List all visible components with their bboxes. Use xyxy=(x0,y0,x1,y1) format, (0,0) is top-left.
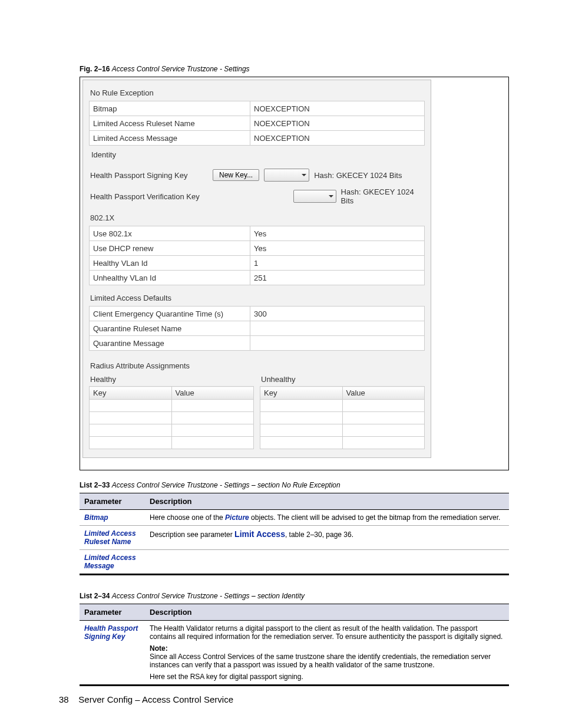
desc-bitmap: Here choose one of the Picture objects. … xyxy=(145,510,509,526)
col-key: Key xyxy=(90,387,172,400)
no-rule-exception-table: BitmapNOEXCEPTION Limited Access Ruleset… xyxy=(89,101,425,146)
verification-key-hash: Hash: GKECEY 1024 Bits xyxy=(341,187,424,205)
desc-lamsg xyxy=(145,550,509,575)
prop-value[interactable] xyxy=(250,336,425,351)
param-bitmap[interactable]: Bitmap xyxy=(84,513,108,522)
footer-text: Server Config – Access Control Service xyxy=(78,694,233,704)
prop-value[interactable]: 251 xyxy=(250,271,425,285)
verification-key-row: Health Passport Verification Key Hash: G… xyxy=(90,187,424,205)
radius-unhealthy-table[interactable]: KeyValue xyxy=(260,386,425,449)
table-row: Quarantine Message xyxy=(90,336,425,351)
col-parameter: Parameter xyxy=(80,493,145,510)
param-limited-access-ruleset[interactable]: Limited Access Ruleset Name xyxy=(84,529,136,546)
page-number: 38 xyxy=(59,694,69,704)
prop-value[interactable]: 1 xyxy=(250,256,425,271)
link-picture[interactable]: Picture xyxy=(225,513,249,522)
settings-panel: No Rule Exception BitmapNOEXCEPTION Limi… xyxy=(82,80,431,458)
prop-value[interactable]: Yes xyxy=(250,226,425,241)
prop-value[interactable]: NOEXCEPTION xyxy=(250,116,425,131)
figure-frame: No Rule Exception BitmapNOEXCEPTION Limi… xyxy=(80,77,509,470)
signing-key-hash: Hash: GKECEY 1024 Bits xyxy=(314,171,402,180)
prop-label: Bitmap xyxy=(90,101,250,116)
prop-value[interactable]: 300 xyxy=(250,307,425,321)
radius-unhealthy-title: Unhealthy xyxy=(260,374,425,386)
chevron-down-icon xyxy=(328,193,334,199)
prop-label: Quarantine Ruleset Name xyxy=(90,321,250,336)
table-row: BitmapNOEXCEPTION xyxy=(90,101,425,116)
prop-label: Use DHCP renew xyxy=(90,241,250,256)
section-8021x: 802.1X xyxy=(89,211,425,226)
table-row: Quarantine Ruleset Name xyxy=(90,321,425,336)
prop-value[interactable]: Yes xyxy=(250,241,425,256)
signing-key-dropdown[interactable] xyxy=(264,169,309,182)
list-34-table: Parameter Description Health Passport Si… xyxy=(80,604,509,686)
param-health-passport-signing-key[interactable]: Health Passport Signing Key xyxy=(84,624,138,641)
list-34-label: List 2–34 xyxy=(80,592,110,600)
table-header: Parameter Description xyxy=(80,493,509,510)
table-row: Limited Access Ruleset Name Description … xyxy=(80,526,509,550)
list-33-table: Parameter Description Bitmap Here choose… xyxy=(80,493,509,575)
prop-label: Client Emergency Quarantine Time (s) xyxy=(90,307,250,321)
table-row: Limited Access Ruleset NameNOEXCEPTION xyxy=(90,116,425,131)
section-limited-defaults: Limited Access Defaults xyxy=(89,291,425,306)
prop-label: Limited Access Ruleset Name xyxy=(90,116,250,131)
col-value: Value xyxy=(171,387,254,400)
prop-label: Limited Access Message xyxy=(90,131,250,146)
prop-value[interactable] xyxy=(250,321,425,336)
table-row: Client Emergency Quarantine Time (s)300 xyxy=(90,307,425,321)
radius-unhealthy: Unhealthy KeyValue xyxy=(260,374,425,449)
fig-title: Access Control Service Trustzone - Setti… xyxy=(112,65,250,73)
radius-healthy: Healthy KeyValue xyxy=(89,374,254,449)
table-row: Limited Access Message xyxy=(80,550,509,575)
table-row: Health Passport Signing Key The Health V… xyxy=(80,621,509,686)
term-limit-access[interactable]: Limit Access xyxy=(234,529,285,539)
col-description: Description xyxy=(145,604,509,621)
table-row: Use 802.1xYes xyxy=(90,226,425,241)
list-33-label: List 2–33 xyxy=(80,481,110,489)
signing-key-label: Health Passport Signing Key xyxy=(90,171,208,180)
section-radius: Radius Attribute Assignments xyxy=(89,359,425,374)
list-33-title: Access Control Service Trustzone - Setti… xyxy=(112,481,340,489)
section-no-rule-exception: No Rule Exception xyxy=(89,86,425,101)
verification-key-label: Health Passport Verification Key xyxy=(90,192,201,201)
param-limited-access-message[interactable]: Limited Access Message xyxy=(84,554,136,570)
col-description: Description xyxy=(145,493,509,510)
prop-label: Unhealthy VLan Id xyxy=(90,271,250,285)
page: Fig. 2–16 Access Control Service Trustzo… xyxy=(0,0,562,728)
verification-key-dropdown[interactable] xyxy=(293,190,336,203)
prop-label: Healthy VLan Id xyxy=(90,256,250,271)
prop-value[interactable]: NOEXCEPTION xyxy=(250,131,425,146)
list-33-caption: List 2–33 Access Control Service Trustzo… xyxy=(80,481,509,489)
prop-label: Use 802.1x xyxy=(90,226,250,241)
prop-label: Quarantine Message xyxy=(90,336,250,351)
table-row: Bitmap Here choose one of the Picture ob… xyxy=(80,510,509,526)
identity-title: Identity xyxy=(90,148,424,163)
fig-label: Fig. 2–16 xyxy=(80,65,110,73)
col-key: Key xyxy=(260,387,343,400)
desc-signing: The Health Validator returns a digital p… xyxy=(145,621,509,686)
list-34-caption: List 2–34 Access Control Service Trustzo… xyxy=(80,592,509,600)
col-value: Value xyxy=(342,387,425,400)
radius-healthy-title: Healthy xyxy=(89,374,254,386)
new-key-button[interactable]: New Key... xyxy=(213,169,259,181)
table-row: Healthy VLan Id1 xyxy=(90,256,425,271)
radius-healthy-table[interactable]: KeyValue xyxy=(89,386,254,449)
prop-value[interactable]: NOEXCEPTION xyxy=(250,101,425,116)
table-row: Unhealthy VLan Id251 xyxy=(90,271,425,285)
limited-defaults-table: Client Emergency Quarantine Time (s)300 … xyxy=(89,306,425,351)
page-footer: 38 Server Config – Access Control Servic… xyxy=(59,694,233,704)
chevron-down-icon xyxy=(301,172,307,178)
section-identity: Identity Health Passport Signing Key New… xyxy=(89,146,425,205)
figure-caption: Fig. 2–16 Access Control Service Trustzo… xyxy=(80,65,509,73)
table-header: Parameter Description xyxy=(80,604,509,621)
8021x-table: Use 802.1xYes Use DHCP renewYes Healthy … xyxy=(89,226,425,285)
table-row: Limited Access MessageNOEXCEPTION xyxy=(90,131,425,146)
col-parameter: Parameter xyxy=(80,604,145,621)
note-label: Note: xyxy=(150,644,504,653)
table-row: Use DHCP renewYes xyxy=(90,241,425,256)
signing-key-row: Health Passport Signing Key New Key... H… xyxy=(90,169,424,182)
desc-laruleset: Description see parameter Limit Access, … xyxy=(145,526,509,550)
list-34-title: Access Control Service Trustzone - Setti… xyxy=(112,592,305,600)
radius-columns: Healthy KeyValue Unhealthy KeyValue xyxy=(89,374,425,449)
